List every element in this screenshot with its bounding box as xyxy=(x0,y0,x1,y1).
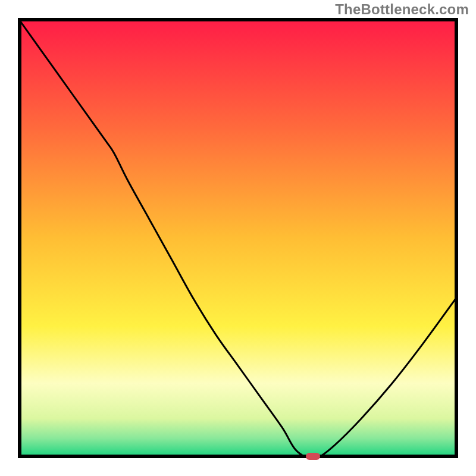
chart-root: TheBottleneck.com xyxy=(0,0,476,476)
optimum-marker xyxy=(306,453,320,460)
gradient-background xyxy=(18,18,458,458)
chart-svg xyxy=(18,18,458,458)
watermark-text: TheBottleneck.com xyxy=(335,1,469,18)
plot-area xyxy=(18,18,458,458)
